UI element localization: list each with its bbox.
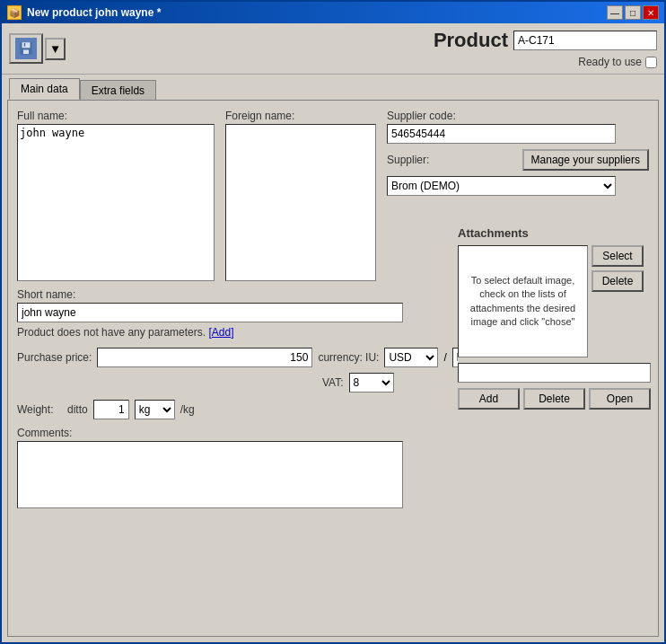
save-button[interactable]: [9, 33, 43, 64]
ready-to-use-area: Ready to use: [578, 56, 657, 68]
window-title: New product john wayne *: [27, 6, 161, 19]
delete-attachment2-button[interactable]: Delete: [523, 388, 585, 410]
ready-to-use-checkbox[interactable]: [645, 57, 657, 68]
foreign-name-label: Foreign name:: [225, 110, 376, 122]
manage-suppliers-button[interactable]: Manage your suppliers: [522, 149, 649, 171]
comments-group: Comments:: [17, 427, 649, 508]
supplier-row: Supplier: Manage your suppliers: [387, 149, 649, 171]
window-icon: 📦: [7, 5, 22, 20]
attachments-content: To select default image, check on the li…: [458, 245, 651, 410]
main-content: Full name: john wayne Foreign name: Supp…: [7, 100, 659, 637]
vat-label: VAT:: [322, 376, 344, 389]
toolbar: ▼ Product Ready to use: [2, 23, 664, 75]
attachment-main-row: To select default image, check on the li…: [458, 245, 651, 357]
full-name-group: Full name: john wayne: [17, 110, 215, 281]
svg-rect-1: [22, 42, 31, 48]
open-attachment-button[interactable]: Open: [589, 388, 651, 410]
titlebar: 📦 New product john wayne * — □ ✕: [2, 2, 664, 23]
full-name-textarea[interactable]: john wayne: [17, 124, 215, 281]
comments-label: Comments:: [17, 427, 649, 439]
attach-bottom-row: Add Delete Open: [458, 388, 651, 410]
tabs-area: Main data Extra fields: [2, 75, 664, 100]
supplier-code-group: Supplier code:: [387, 110, 649, 144]
supplier-code-input[interactable]: [387, 124, 616, 144]
add-attachment-button[interactable]: Add: [458, 388, 520, 410]
product-code-input[interactable]: [513, 31, 657, 50]
supplier-label: Supplier:: [387, 154, 429, 166]
full-name-label: Full name:: [17, 110, 215, 122]
main-window: 📦 New product john wayne * — □ ✕: [0, 0, 666, 644]
currency-label: currency: IU:: [318, 351, 379, 364]
currency-select[interactable]: USD EUR: [384, 348, 438, 367]
titlebar-controls: — □ ✕: [607, 5, 659, 20]
ready-to-use-label: Ready to use: [578, 56, 642, 68]
vat-select[interactable]: 8 0 5 23: [349, 373, 394, 393]
weight-unit-label: /kg: [180, 403, 195, 416]
product-label: Product: [434, 29, 508, 52]
select-attachment-button[interactable]: Select: [592, 245, 644, 267]
supplier-select[interactable]: Brom (DEMO): [387, 176, 616, 196]
tabs: Main data Extra fields: [9, 78, 657, 100]
save-dropdown-button[interactable]: ▼: [45, 38, 66, 60]
minimize-button[interactable]: —: [607, 5, 623, 20]
toolbar-left: ▼: [9, 33, 66, 64]
attachments-panel: Attachments To select default image, che…: [458, 226, 651, 410]
weight-label: Weight:: [17, 403, 62, 416]
attachment-placeholder-text: To select default image, check on the li…: [462, 274, 583, 330]
weight-input[interactable]: [93, 400, 129, 419]
attachment-image-area: To select default image, check on the li…: [458, 245, 588, 357]
toolbar-right: Product Ready to use: [434, 29, 657, 68]
attachment-path-input[interactable]: [458, 363, 651, 383]
comments-textarea[interactable]: [17, 441, 403, 508]
attachments-title: Attachments: [458, 226, 651, 240]
weight-unit-select[interactable]: kg g lb: [135, 400, 175, 419]
maximize-button[interactable]: □: [625, 5, 641, 20]
supplier-code-label: Supplier code:: [387, 110, 649, 122]
purchase-price-input[interactable]: [97, 348, 312, 367]
save-icon: [15, 38, 37, 59]
foreign-name-group: Foreign name:: [225, 110, 376, 281]
close-button[interactable]: ✕: [643, 5, 659, 20]
svg-rect-2: [23, 50, 29, 55]
slash-label: /: [443, 351, 446, 364]
purchase-price-label: Purchase price:: [17, 351, 92, 364]
tab-main-data[interactable]: Main data: [9, 78, 80, 100]
foreign-name-textarea[interactable]: [225, 124, 376, 281]
tab-extra-fields[interactable]: Extra fields: [80, 80, 156, 101]
params-text: Product does not have any parameters.: [17, 326, 206, 339]
attachment-buttons: Select Delete: [592, 245, 644, 357]
short-name-input[interactable]: [17, 303, 403, 322]
svg-rect-3: [24, 43, 26, 47]
delete-attachment-button[interactable]: Delete: [592, 270, 644, 292]
titlebar-left: 📦 New product john wayne *: [7, 5, 161, 20]
add-params-link[interactable]: [Add]: [208, 326, 233, 339]
ditto-label: ditto: [67, 403, 88, 416]
